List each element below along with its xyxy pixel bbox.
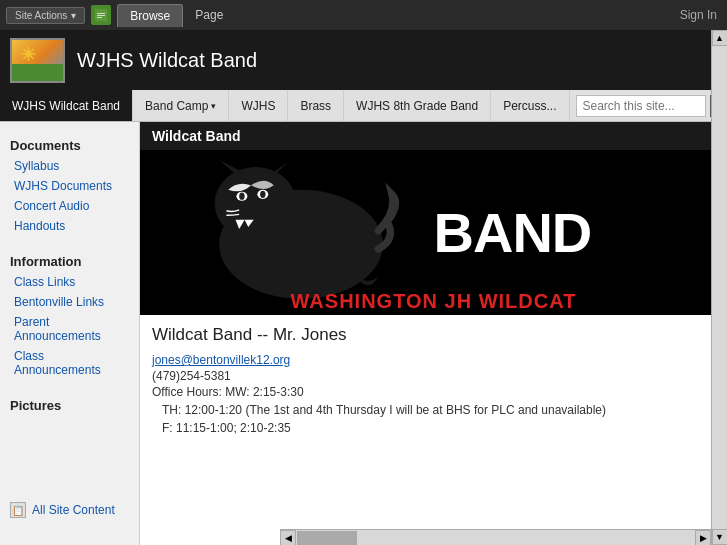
svg-rect-1 <box>97 13 105 14</box>
sidebar-section-information: Information <box>0 246 139 272</box>
page-main-title: Wildcat Band -- Mr. Jones <box>152 325 715 345</box>
nav-item-brass[interactable]: Brass <box>288 90 344 121</box>
email-link[interactable]: jones@bentonvillek12.org <box>152 353 715 367</box>
nav-item-label: Percuss... <box>503 99 556 113</box>
scroll-down-button[interactable]: ▼ <box>712 529 728 545</box>
phone-number: (479)254-5381 <box>152 369 715 383</box>
svg-rect-3 <box>97 17 102 18</box>
site-actions-label: Site Actions <box>15 10 67 21</box>
nav-bar: WJHS Wildcat Band Band Camp ▾ WJHS Brass… <box>0 90 727 122</box>
dropdown-arrow-icon: ▾ <box>71 10 76 21</box>
all-site-content-icon: 📋 <box>10 502 26 518</box>
sidebar-item-syllabus[interactable]: Syllabus <box>0 156 139 176</box>
band-bottom-text: WASHINGTON JH WILDCAT <box>140 290 727 313</box>
sidebar-section-documents: Documents <box>0 130 139 156</box>
svg-point-12 <box>261 190 266 197</box>
scrollbar-track-v <box>712 122 727 529</box>
page-content: Wildcat Band <box>140 122 727 545</box>
main-content-area: Documents Syllabus WJHS Documents Concer… <box>0 122 727 545</box>
nav-item-8th-grade[interactable]: WJHS 8th Grade Band <box>344 90 491 121</box>
green-icon <box>91 5 111 25</box>
band-image: BAND WASHINGTON JH WILDCAT <box>140 150 727 315</box>
sidebar-item-concert-audio[interactable]: Concert Audio <box>0 196 139 216</box>
nav-item-band-camp[interactable]: Band Camp ▾ <box>133 90 229 121</box>
office-hours: Office Hours: MW: 2:15-3:30 <box>152 385 715 399</box>
band-main-text: BAND <box>434 205 728 261</box>
search-area: 🔍 ? <box>570 90 727 121</box>
sidebar-item-wjhs-documents[interactable]: WJHS Documents <box>0 176 139 196</box>
nav-item-label: Band Camp <box>145 99 208 113</box>
scroll-left-button[interactable]: ◀ <box>280 530 296 546</box>
page-icon-svg <box>94 8 108 22</box>
sidebar-item-class-links[interactable]: Class Links <box>0 272 139 292</box>
schedule-th: TH: 12:00-1:20 (The 1st and 4th Thursday… <box>152 403 715 417</box>
search-input[interactable] <box>576 95 706 117</box>
all-site-content-label: All Site Content <box>32 503 115 517</box>
horizontal-scrollbar: ◀ ▶ <box>280 529 711 545</box>
nav-item-label: WJHS <box>241 99 275 113</box>
nav-item-percuss[interactable]: Percuss... <box>491 90 569 121</box>
browse-tab[interactable]: Browse <box>117 4 183 27</box>
content-inner: Wildcat Band <box>140 122 727 445</box>
schedule-f: F: 11:15-1:00; 2:10-2:35 <box>152 421 715 435</box>
sidebar-section-pictures: Pictures <box>0 390 139 416</box>
sign-in-link[interactable]: Sign In <box>680 8 717 22</box>
vertical-scrollbar: ▲ ▼ <box>711 122 727 545</box>
svg-point-11 <box>240 192 245 199</box>
nav-item-label: WJHS Wildcat Band <box>12 99 120 113</box>
scroll-right-button[interactable]: ▶ <box>695 530 711 546</box>
sidebar-item-parent-announcements[interactable]: Parent Announcements <box>0 312 139 346</box>
nav-item-label: WJHS 8th Grade Band <box>356 99 478 113</box>
dropdown-arrow-icon: ▾ <box>211 101 216 111</box>
top-bar: Site Actions ▾ Browse Page Sign In <box>0 0 727 30</box>
sidebar-container: Documents Syllabus WJHS Documents Concer… <box>0 122 140 545</box>
svg-point-5 <box>215 167 297 240</box>
wildcat-svg <box>201 153 401 313</box>
nav-item-wjhs[interactable]: WJHS <box>229 90 288 121</box>
sidebar-item-handouts[interactable]: Handouts <box>0 216 139 236</box>
scrollbar-track-h <box>296 530 695 545</box>
nav-item-label: Brass <box>300 99 331 113</box>
page-tab[interactable]: Page <box>183 4 235 26</box>
nav-item-wildcat-band[interactable]: WJHS Wildcat Band <box>0 90 133 121</box>
content-header: Wildcat Band <box>140 122 727 150</box>
all-site-content-link[interactable]: 📋 All Site Content <box>0 496 139 524</box>
site-logo <box>10 38 65 83</box>
sidebar: Documents Syllabus WJHS Documents Concer… <box>0 122 140 532</box>
site-title: WJHS Wildcat Band <box>77 49 257 72</box>
svg-rect-2 <box>97 15 105 16</box>
scrollbar-thumb-h[interactable] <box>297 531 357 545</box>
sidebar-item-bentonville-links[interactable]: Bentonville Links <box>0 292 139 312</box>
site-header: WJHS Wildcat Band <box>0 30 727 90</box>
info-section: Wildcat Band -- Mr. Jones jones@bentonvi… <box>140 315 727 445</box>
site-actions-button[interactable]: Site Actions ▾ <box>6 7 85 24</box>
sidebar-item-class-announcements[interactable]: Class Announcements <box>0 346 139 380</box>
